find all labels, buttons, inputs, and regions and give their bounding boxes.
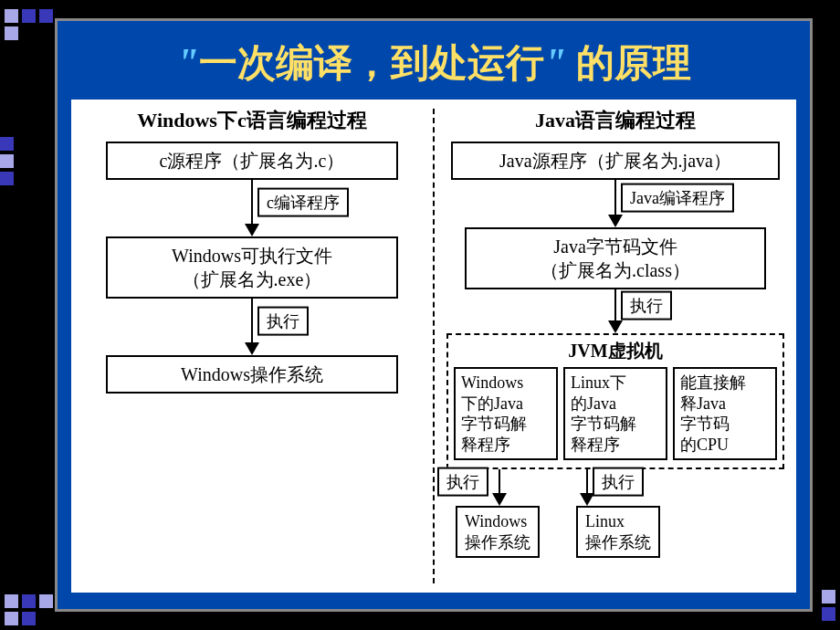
deco-top-left [5, 9, 59, 40]
title-main: 一次编译，到处运行 [199, 42, 544, 84]
c-exec-label: 执行 [257, 307, 309, 336]
os-row: Windows 操作系统 Linux 操作系统 [446, 506, 784, 558]
c-compile-arrow: c编译程序 [245, 180, 259, 236]
c-compile-label: c编译程序 [257, 188, 349, 217]
c-os-box: Windows操作系统 [106, 355, 398, 394]
java-bytecode-box: Java字节码文件 （扩展名为.class） [465, 227, 766, 289]
c-source-box: c源程序（扩展名为.c） [106, 142, 398, 180]
java-compile-label: Java编译程序 [621, 184, 734, 213]
deco-bottom-right [822, 590, 835, 621]
jvm-title: JVM虚拟机 [454, 339, 777, 363]
java-compile-arrow: Java编译程序 [608, 180, 623, 227]
os-arrows: 执行 执行 [446, 469, 784, 506]
slide: "一次编译，到处运行" 的原理 Windows下c语言编程过程 c源程序（扩展名… [55, 18, 813, 612]
c-column: Windows下c语言编程过程 c源程序（扩展名为.c） c编译程序 Windo… [71, 100, 433, 593]
jvm-container: JVM虚拟机 Windows 下的Java 字节码解 释程序 Linux下 的J… [446, 333, 784, 469]
java-column: Java语言编程过程 Java源程序（扩展名为.java） Java编译程序 J… [435, 100, 796, 593]
java-exec-arrow: 执行 [608, 289, 623, 333]
jvm-linux-box: Linux下 的Java 字节码解 释程序 [563, 367, 667, 460]
os-exec-label-2: 执行 [593, 467, 644, 497]
os-exec-label-1: 执行 [437, 467, 488, 497]
jvm-cpu-box: 能直接解 释Java 字节码 的CPU [673, 367, 777, 460]
diagram-content: Windows下c语言编程过程 c源程序（扩展名为.c） c编译程序 Windo… [71, 100, 796, 593]
c-exec-arrow: 执行 [245, 299, 259, 355]
java-exec-label: 执行 [621, 291, 672, 320]
slide-title: "一次编译，到处运行" 的原理 [58, 21, 810, 100]
java-source-box: Java源程序（扩展名为.java） [451, 142, 780, 180]
jvm-windows-box: Windows 下的Java 字节码解 释程序 [454, 367, 558, 460]
c-heading: Windows下c语言编程过程 [137, 107, 366, 134]
deco-left [0, 137, 14, 185]
os-windows-box: Windows 操作系统 [456, 506, 540, 558]
quote-close: " [544, 40, 566, 85]
title-suffix: 的原理 [566, 42, 691, 84]
os-linux-box: Linux 操作系统 [576, 506, 660, 558]
quote-open: " [176, 40, 198, 85]
java-heading: Java语言编程过程 [535, 107, 696, 134]
os-arrow-1: 执行 [492, 469, 507, 506]
c-exe-box: Windows可执行文件 （扩展名为.exe） [106, 236, 398, 299]
os-arrow-2: 执行 [580, 469, 594, 506]
